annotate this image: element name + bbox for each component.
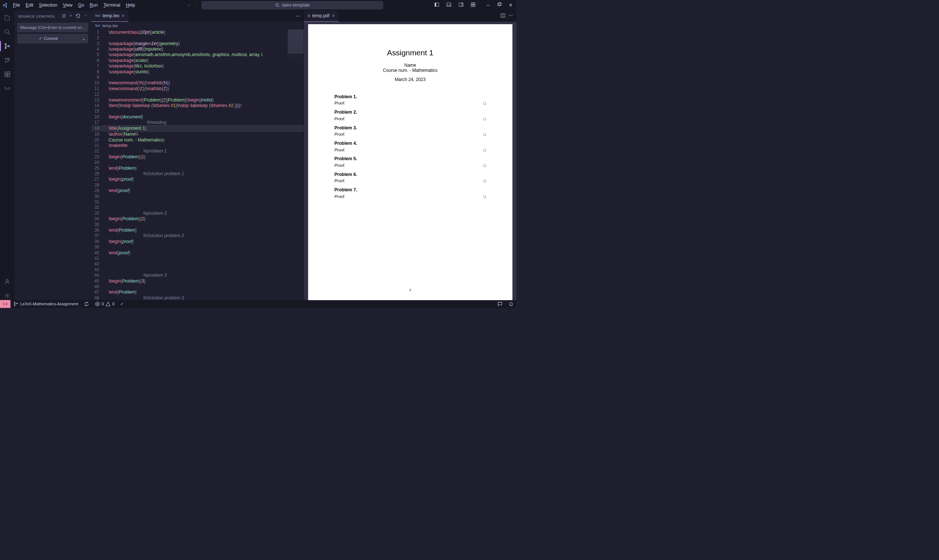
sync-status[interactable] (81, 301, 92, 306)
pdf-viewer[interactable]: Assignment 1 Name Course num. - Mathemat… (304, 22, 517, 300)
menu-run[interactable]: Run (87, 2, 100, 9)
problems-status[interactable]: 0 0 (92, 301, 117, 306)
code-line[interactable]: 18\title{Assignment 1} (91, 125, 304, 132)
code-line[interactable]: 14\item[\hskip \labelsep {\bfseries #1}\… (91, 103, 304, 108)
layout-sidebar-left-icon[interactable] (432, 1, 441, 9)
tab-temp-tex[interactable]: TeX temp.tex ✕ (91, 11, 129, 22)
menu-help[interactable]: Help (123, 2, 137, 9)
code-line[interactable]: 21\maketitle (91, 143, 304, 148)
code-line[interactable]: 47\end{Problem} (91, 289, 304, 295)
commit-button[interactable]: ✓Commit (17, 34, 79, 43)
tex-icon[interactable]: TeX (3, 84, 11, 93)
code-line[interactable]: 39 (91, 245, 304, 250)
commit-message-input[interactable]: Message (Ctrl+Enter to commit on... (17, 23, 88, 32)
build-status[interactable]: ✓ (117, 302, 126, 306)
code-line[interactable]: 7\usepackage{tikz, tcolorbox} (91, 63, 304, 69)
code-line[interactable]: 46 (91, 284, 304, 289)
code-line[interactable]: 13\newenvironment{Problem}[2][Problem]{\… (91, 97, 304, 103)
close-icon[interactable]: ✕ (507, 2, 514, 9)
menu-file[interactable]: File (11, 2, 23, 9)
code-line[interactable]: 37 %Solution problem 2 (91, 233, 304, 238)
code-line[interactable]: 48 %Solution problem 3 (91, 295, 304, 300)
code-line[interactable]: 4\usepackage[utf8]{inputenc} (91, 46, 304, 52)
split-editor-icon[interactable] (500, 13, 506, 19)
command-center-search[interactable]: latex-template (201, 1, 383, 9)
more-actions-icon[interactable]: ⋯ (83, 13, 87, 19)
code-line[interactable]: 20Course num. - Mathematics} (91, 137, 304, 143)
code-line[interactable]: 32 (91, 205, 304, 210)
pdf-problem-heading: Problem 7. (335, 187, 486, 192)
settings-gear-icon[interactable] (3, 291, 11, 300)
code-line[interactable]: 23\begin{Problem}{1} (91, 154, 304, 159)
customize-layout-icon[interactable] (469, 1, 477, 9)
code-line[interactable]: 38\begin{proof} (91, 238, 304, 244)
code-line[interactable]: 6\usepackage{xcolor} (91, 57, 304, 63)
code-line[interactable]: 40\end{proof} (91, 250, 304, 255)
account-icon[interactable] (3, 277, 11, 286)
commit-dropdown[interactable]: ⌄ (79, 34, 88, 43)
code-line[interactable]: 43 (91, 267, 304, 272)
code-line[interactable]: 26 %Solution problem 1 (91, 171, 304, 176)
code-line[interactable]: 1\documentclass[10pt]{article} (91, 29, 304, 35)
editor-more-actions-icon[interactable]: ⋯ (296, 14, 300, 19)
menu-edit[interactable]: Edit (23, 2, 36, 9)
layout-panel-icon[interactable] (444, 1, 453, 9)
commit-check-icon[interactable]: ✓ (69, 13, 72, 19)
code-line[interactable]: 30 (91, 194, 304, 199)
code-line[interactable]: 5\usepackage{amsmath,amsthm,amssymb,amsf… (91, 52, 304, 57)
code-line[interactable]: 16\begin{document} (91, 114, 304, 120)
editor-more-actions-icon[interactable]: ⋯ (508, 13, 513, 19)
code-line[interactable]: 3\usepackage[margin=1in]{geometry} (91, 41, 304, 46)
search-icon[interactable] (3, 28, 11, 36)
code-line[interactable]: 29\end{proof} (91, 188, 304, 194)
code-line[interactable]: 45\begin{Problem}{3} (91, 278, 304, 284)
remote-indicator[interactable] (0, 300, 11, 308)
maximize-icon[interactable] (495, 1, 504, 9)
code-line[interactable]: 19\author{Name\\ (91, 132, 304, 137)
minimize-icon[interactable]: ─ (485, 2, 491, 9)
code-line[interactable]: 22 %problem 1 (91, 148, 304, 154)
code-line[interactable]: 12 (91, 92, 304, 97)
code-line[interactable]: 44 %problem 3 (91, 273, 304, 278)
layout-sidebar-right-icon[interactable] (456, 1, 465, 9)
code-line[interactable]: 34\begin{Problem}{2} (91, 216, 304, 222)
code-line[interactable]: 15 (91, 108, 304, 114)
feedback-icon[interactable] (495, 301, 506, 306)
git-branch-status[interactable]: LaTeX-Mathematics-Assignment (11, 301, 81, 306)
menu-view[interactable]: View (60, 2, 75, 9)
minimap-viewport[interactable] (288, 29, 304, 54)
code-line[interactable]: 42 (91, 261, 304, 267)
code-line[interactable]: 8\usepackage{siunitx} (91, 69, 304, 74)
code-line[interactable]: 24 (91, 160, 304, 165)
menu-selection[interactable]: Selection (37, 2, 60, 9)
code-line[interactable]: 35 (91, 222, 304, 227)
code-line[interactable]: 9 (91, 75, 304, 80)
code-line[interactable]: 17 %heading (91, 120, 304, 125)
code-line[interactable]: 10\newcommand{\N}{\mathbb{N}} (91, 80, 304, 86)
menu-go[interactable]: Go (76, 2, 86, 9)
code-line[interactable]: 27\begin{proof} (91, 177, 304, 182)
code-line[interactable]: 33 %problem 2 (91, 210, 304, 216)
refresh-icon[interactable] (76, 13, 81, 19)
code-line[interactable]: 2 (91, 35, 304, 41)
nav-forward-icon[interactable]: → (194, 3, 198, 8)
notifications-icon[interactable] (506, 301, 517, 306)
tab-close-icon[interactable]: ✕ (332, 14, 335, 18)
code-line[interactable]: 31 (91, 199, 304, 205)
code-line[interactable]: 25\end{Problem} (91, 165, 304, 171)
code-line[interactable]: 41 (91, 255, 304, 261)
source-control-icon[interactable] (3, 42, 11, 50)
breadcrumb[interactable]: TeX temp.tex (91, 22, 304, 29)
run-debug-icon[interactable] (3, 56, 11, 65)
tab-temp-pdf[interactable]: ≡ temp.pdf ✕ (304, 11, 339, 22)
extensions-icon[interactable] (3, 70, 11, 78)
code-line[interactable]: 28 (91, 182, 304, 188)
view-as-tree-icon[interactable] (61, 13, 66, 19)
explorer-icon[interactable] (3, 14, 11, 22)
menu-terminal[interactable]: Terminal (101, 2, 123, 9)
code-line[interactable]: 11\newcommand{\Z}{\mathbb{Z}} (91, 86, 304, 91)
tab-close-icon[interactable]: ✕ (122, 14, 125, 18)
nav-back-icon[interactable]: ← (187, 3, 191, 8)
code-line[interactable]: 36\end{Problem} (91, 227, 304, 233)
code-editor[interactable]: 1\documentclass[10pt]{article}23\usepack… (91, 29, 304, 300)
